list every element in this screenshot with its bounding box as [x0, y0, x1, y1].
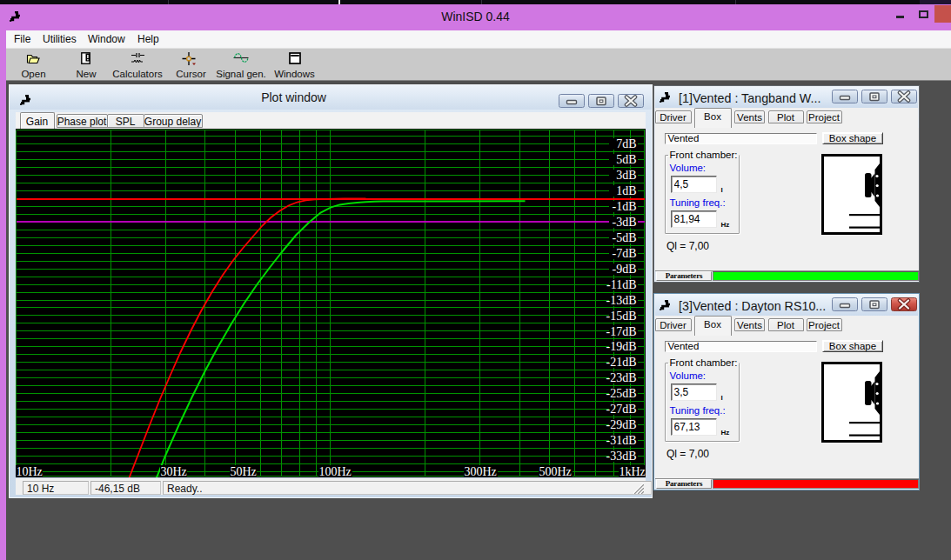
svg-text:-9dB: -9dB [613, 263, 637, 276]
svg-text:-5dB: -5dB [613, 231, 637, 244]
svg-text:-7dB: -7dB [613, 247, 637, 260]
svg-text:-1dB: -1dB [613, 200, 637, 213]
svg-text:-27dB: -27dB [606, 403, 637, 416]
svg-text:-31dB: -31dB [606, 434, 637, 447]
svg-text:-11dB: -11dB [606, 278, 636, 291]
svg-text:30Hz: 30Hz [161, 465, 187, 478]
svg-text:-23dB: -23dB [606, 371, 637, 384]
svg-text:1dB: 1dB [616, 184, 636, 197]
svg-text:3dB: 3dB [616, 169, 636, 182]
svg-text:100Hz: 100Hz [319, 465, 352, 478]
svg-text:300Hz: 300Hz [465, 465, 497, 478]
svg-text:-29dB: -29dB [606, 418, 637, 431]
svg-text:500Hz: 500Hz [539, 465, 572, 478]
svg-text:-19dB: -19dB [606, 340, 637, 353]
svg-text:-25dB: -25dB [606, 387, 637, 400]
svg-text:5dB: 5dB [616, 153, 636, 166]
svg-text:-13dB: -13dB [606, 294, 637, 307]
svg-text:-33dB: -33dB [606, 450, 637, 463]
svg-text:-3dB: -3dB [613, 216, 637, 229]
svg-text:7dB: 7dB [616, 137, 636, 150]
svg-text:-21dB: -21dB [606, 356, 637, 369]
svg-text:-15dB: -15dB [606, 310, 637, 323]
svg-text:50Hz: 50Hz [231, 465, 257, 478]
svg-text:-17dB: -17dB [606, 325, 637, 338]
svg-text:10Hz: 10Hz [17, 465, 43, 478]
svg-text:1kHz: 1kHz [619, 465, 646, 478]
